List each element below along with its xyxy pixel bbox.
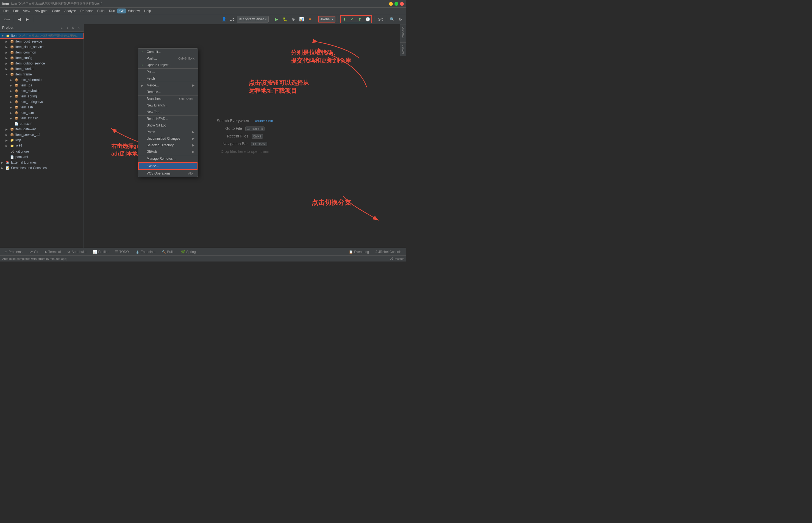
toolbar-back-btn[interactable]: ◀ [16, 16, 23, 22]
tree-item-mybatis[interactable]: ▶ 📦 item_mybatis [0, 88, 84, 94]
close-button[interactable] [400, 2, 404, 6]
menu-push[interactable]: Push... Ctrl+Shift+K [138, 55, 198, 62]
branch-indicator[interactable]: ⎇ master [390, 257, 404, 260]
tree-item-boot[interactable]: ▶ 📦 item_boot_service [0, 39, 84, 44]
menu-build[interactable]: Build [95, 8, 107, 14]
menu-clone[interactable]: Clone... [138, 162, 197, 170]
commit-check-icon: ✓ [141, 50, 145, 54]
tree-item-springmvc[interactable]: ▶ 📦 item_springmvc [0, 99, 84, 105]
menu-merge[interactable]: ▶ Merge... ▶ [138, 82, 198, 89]
toolbar-forward-btn[interactable]: ▶ [24, 16, 31, 22]
tree-item-scratches[interactable]: ▶ 📝 Scratches and Consoles [0, 165, 84, 171]
tab-event-log[interactable]: 📋 Event Log [347, 248, 371, 255]
menu-pull[interactable]: Pull... [138, 69, 198, 75]
tree-item-hibernate[interactable]: ▶ 📦 item_hibernate [0, 77, 84, 83]
main-layout: Project ≡ ↕ ⚙ × ▼ 📁 item D:\学习文件\Ja...代码… [0, 24, 406, 248]
tree-item-service-api[interactable]: ▶ 📦 item_service_api [0, 132, 84, 138]
maximize-button[interactable] [395, 2, 398, 6]
run-btn[interactable]: ▶ [273, 16, 280, 22]
sidebar-settings-btn[interactable]: ⚙ [71, 25, 75, 30]
tab-spring[interactable]: 🌿 Spring [179, 248, 198, 255]
tab-build[interactable]: 🔨 Build [160, 248, 177, 255]
tree-item-dubbo[interactable]: ▶ 📦 item_dubbo_service [0, 61, 84, 66]
tree-item-gitignore[interactable]: ▶ ⎇ .gitignore [0, 149, 84, 154]
git-label-btn[interactable]: Git [377, 16, 384, 22]
tab-jrebel-console[interactable]: J JRebel Console [373, 248, 404, 255]
profile-btn[interactable]: 📊 [298, 16, 305, 22]
menu-file[interactable]: File [1, 8, 11, 14]
database-tab[interactable]: Database [400, 24, 406, 42]
search-everywhere-btn[interactable]: 🔍 [388, 16, 396, 22]
tab-problems[interactable]: ⚠ Problems [2, 248, 25, 255]
tree-item-frame[interactable]: ▼ 📦 item_frame [0, 72, 84, 77]
menu-patch[interactable]: Patch ▶ [138, 129, 198, 135]
run-coverage-btn[interactable]: ⊕ [290, 16, 297, 22]
tree-item-docs[interactable]: ▶ 📁 文档 [0, 143, 84, 149]
tree-item-root[interactable]: ▼ 📁 item D:\学习文件\Ja...代码整理\开源框架\基于若.... [0, 33, 84, 39]
menu-update[interactable]: ✓ Update Project... [138, 62, 198, 69]
tab-terminal[interactable]: ▶ Terminal [42, 248, 63, 255]
tree-item-struts2[interactable]: ▶ 📦 item_struts2 [0, 115, 84, 121]
tree-item-jpa[interactable]: ▶ 📦 item_jpa [0, 83, 84, 88]
git-history-btn[interactable]: 🕐 [364, 16, 371, 22]
tree-item-pom-root[interactable]: ▶ 📄 pom.xml [0, 154, 84, 160]
menu-help[interactable]: Help [142, 8, 153, 14]
menu-rebase[interactable]: Rebase... [138, 89, 198, 95]
tree-item-pom-frame[interactable]: ▶ 📄 pom.xml [0, 121, 84, 126]
maven-tab[interactable]: Maven [400, 42, 406, 56]
tree-item-ssh[interactable]: ▶ 📦 item_ssh [0, 105, 84, 110]
tree-item-common[interactable]: ▶ 📦 item_common [0, 50, 84, 55]
menu-manage-remotes[interactable]: Manage Remotes... [138, 155, 198, 162]
menu-navigate[interactable]: Navigate [32, 8, 50, 14]
minimize-button[interactable] [389, 2, 393, 6]
git-branch-btn[interactable]: ⎇ [228, 16, 236, 22]
menu-new-branch[interactable]: New Branch... [138, 102, 198, 109]
sidebar-sort-btn[interactable]: ↕ [65, 25, 70, 30]
tree-item-logs[interactable]: ▶ 📁 logs [0, 138, 84, 143]
tree-arrow-service-api: ▶ [5, 133, 10, 137]
menu-selected-dir[interactable]: Selected Directory ▶ [138, 142, 198, 148]
menu-refactor[interactable]: Refactor [78, 8, 95, 14]
git-update-btn[interactable]: ⬇ [341, 16, 348, 22]
stop-btn[interactable]: ■ [306, 16, 313, 22]
git-commit-btn[interactable]: ✔ [349, 16, 356, 22]
menu-git[interactable]: Git [117, 8, 126, 14]
tree-item-cloud[interactable]: ▶ 📦 item_cloud_service [0, 44, 84, 50]
tree-item-spring[interactable]: ▶ 📦 item_spring [0, 94, 84, 99]
menu-analyze[interactable]: Analyze [62, 8, 78, 14]
debug-btn[interactable]: 🐛 [281, 16, 289, 22]
menu-edit[interactable]: Edit [11, 8, 21, 14]
menu-commit[interactable]: ✓ Commit... [138, 49, 198, 55]
menu-reset-head[interactable]: Reset HEAD... [138, 115, 198, 122]
tree-item-gateway[interactable]: ▶ 📦 item_gateway [0, 126, 84, 132]
tree-item-config[interactable]: ▶ 📦 item_config [0, 55, 84, 61]
menu-new-tag[interactable]: New Tag... [138, 109, 198, 115]
sidebar-close-btn[interactable]: × [76, 25, 81, 30]
tab-autobuild[interactable]: ⚙ Auto-build [65, 248, 88, 255]
jrebel-dropdown[interactable]: JRebel ▾ [318, 16, 335, 22]
tree-item-ssm[interactable]: ▶ 📦 item_ssm [0, 110, 84, 115]
menu-run[interactable]: Run [107, 8, 117, 14]
sidebar-expand-btn[interactable]: ≡ [59, 25, 64, 30]
menu-window[interactable]: Window [126, 8, 142, 14]
menu-view[interactable]: View [21, 8, 32, 14]
tree-item-ext-lib[interactable]: ▶ 📚 External Libraries [0, 160, 84, 165]
tab-profiler[interactable]: 📊 Profiler [91, 248, 111, 255]
menu-code[interactable]: Code [50, 8, 62, 14]
server-dropdown[interactable]: 🖥 SystemServer ▾ [237, 16, 269, 22]
git-push-btn[interactable]: ⬆ [356, 16, 363, 22]
tab-todo[interactable]: ☰ TODO [113, 248, 131, 255]
tab-git[interactable]: ⎇ Git [27, 248, 40, 255]
menu-branches[interactable]: Branches... Ctrl+Shift+` [138, 95, 198, 102]
menu-show-git-log[interactable]: Show Git Log [138, 122, 198, 129]
menu-vcs-ops[interactable]: VCS Operations Alt+` [138, 170, 198, 177]
tree-item-eureka[interactable]: ▶ 📦 item_eureka [0, 66, 84, 72]
project-tree: ▼ 📁 item D:\学习文件\Ja...代码整理\开源框架\基于若.... … [0, 32, 84, 248]
menu-github[interactable]: GitHub ▶ [138, 148, 198, 155]
menu-uncommitted[interactable]: Uncommitted Changes ▶ [138, 135, 198, 142]
tab-endpoints[interactable]: ⚓ Endpoints [133, 248, 157, 255]
menu-fetch[interactable]: Fetch [138, 75, 198, 82]
settings-btn[interactable]: ⚙ [397, 16, 404, 22]
tree-arrow-boot: ▶ [5, 40, 10, 43]
user-icon[interactable]: 👤 [220, 16, 227, 22]
